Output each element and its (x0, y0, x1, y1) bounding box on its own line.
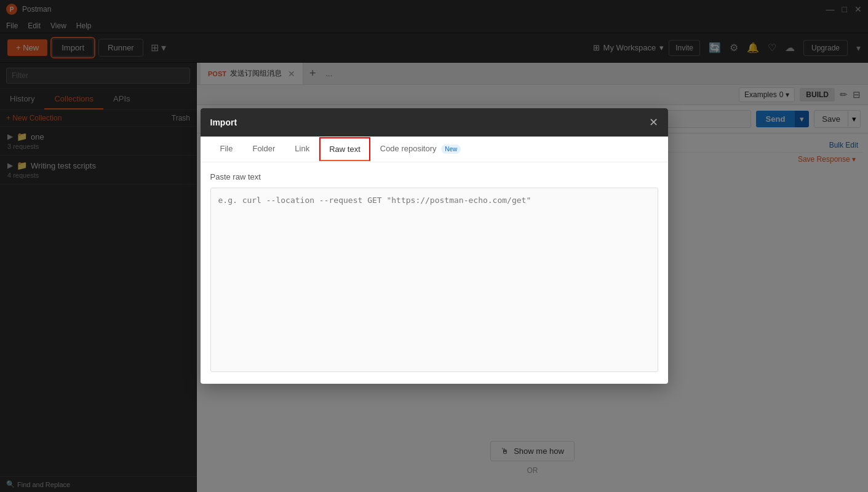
modal-body: File Folder Link Raw text Code repositor… (201, 137, 668, 384)
modal-tab-rawtext[interactable]: Raw text (319, 137, 370, 161)
modal-content: Paste raw text (201, 162, 668, 384)
modal-header: Import ✕ (201, 108, 668, 137)
modal-tab-coderepository[interactable]: Code repository New (370, 137, 471, 162)
raw-text-input[interactable] (210, 188, 658, 372)
import-modal: Import ✕ File Folder Link Raw text Code … (201, 108, 668, 384)
modal-close-button[interactable]: ✕ (649, 116, 658, 129)
modal-tab-folder[interactable]: Folder (242, 137, 285, 162)
modal-title: Import (210, 117, 237, 127)
modal-tab-link[interactable]: Link (285, 137, 319, 162)
code-repository-label: Code repository (380, 144, 437, 153)
modal-tab-file[interactable]: File (210, 137, 243, 162)
modal-tabs: File Folder Link Raw text Code repositor… (201, 137, 668, 162)
new-badge: New (441, 145, 461, 154)
modal-overlay: Import ✕ File Folder Link Raw text Code … (0, 0, 868, 492)
paste-raw-text-label: Paste raw text (210, 172, 658, 181)
